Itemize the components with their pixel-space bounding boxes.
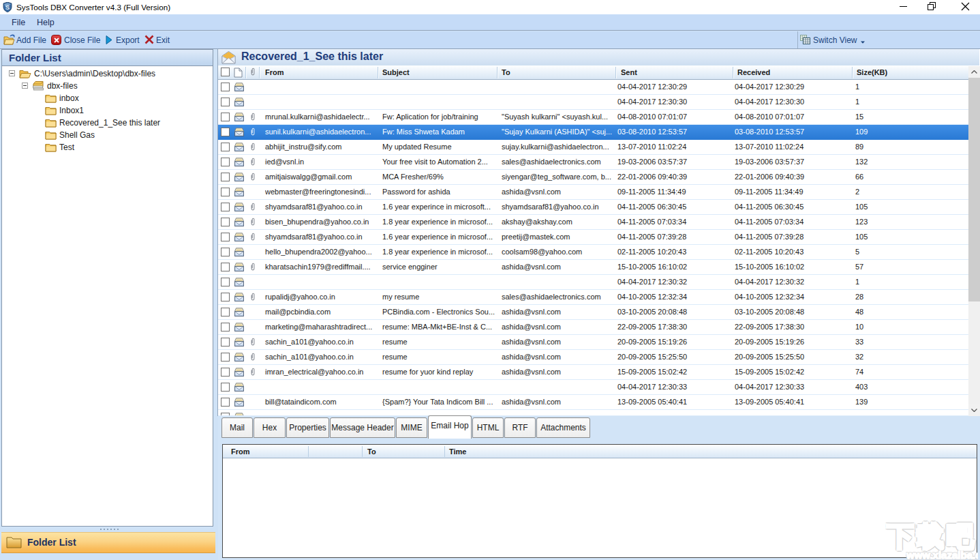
svg-text:S: S xyxy=(5,4,10,11)
svg-text:下载吧: 下载吧 xyxy=(887,521,977,551)
svg-text:www.xiazaiba.com: www.xiazaiba.com xyxy=(906,550,978,560)
